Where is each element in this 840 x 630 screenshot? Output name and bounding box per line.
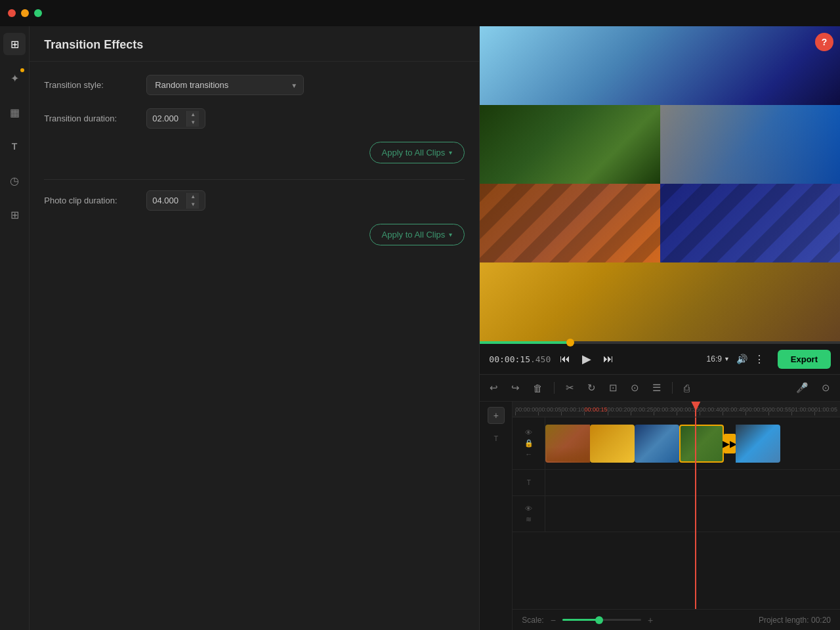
- video-clip-1[interactable]: [545, 425, 590, 463]
- video-track-eye-icon[interactable]: 👁: [525, 429, 532, 436]
- transition-duration-down[interactable]: ▼: [187, 119, 199, 127]
- scale-slider[interactable]: [562, 619, 641, 621]
- ruler-mark-6: 00:00:30: [654, 406, 677, 413]
- toolbar-divider-1: [554, 382, 555, 394]
- effects-body: Transition style: Random transitions ▼ T…: [30, 62, 479, 630]
- progress-bar[interactable]: [480, 341, 840, 344]
- scale-bar: Scale: − + Project length: 00:20: [513, 609, 840, 630]
- delete-button[interactable]: 🗑: [531, 381, 545, 396]
- photo-clip-duration-input-wrapper[interactable]: ▲ ▼: [146, 190, 205, 211]
- aspect-ratio-label: 16:9: [707, 354, 722, 364]
- export-screen-button[interactable]: ⎙: [682, 381, 692, 396]
- photo-clip-duration-input[interactable]: [147, 191, 186, 210]
- ruler-mark-10: 00:00:50: [746, 406, 768, 413]
- photo-clip-duration-up[interactable]: ▲: [187, 193, 199, 201]
- project-icon: ⊞: [10, 38, 19, 51]
- text-track-icons: T: [513, 470, 545, 495]
- audio-track-icons: 👁 ≋: [513, 496, 545, 532]
- sidebar-item-layout[interactable]: ▦: [3, 101, 26, 123]
- redo-button[interactable]: ↪: [509, 380, 522, 396]
- transition-style-select[interactable]: Random transitions: [146, 75, 304, 95]
- crop-button[interactable]: ⊡: [607, 380, 620, 396]
- export-button[interactable]: Export: [778, 350, 831, 369]
- project-length: Project length: 00:20: [759, 616, 831, 625]
- video-track-arrow-icon[interactable]: ←: [525, 450, 532, 458]
- forward-button[interactable]: ⏭: [600, 350, 616, 368]
- ruler-mark-8: 00:00:40: [700, 406, 723, 413]
- mic-button[interactable]: 🎤: [794, 380, 810, 396]
- time-ruler: 00:00:00 00:00:05 00:00:10 00:00:15 00:0…: [513, 402, 840, 417]
- panel-title: Transition Effects: [44, 38, 465, 52]
- timeline-content: + T 00:00:00 00:00:05 00:00:10 00:00:15 …: [480, 402, 840, 630]
- menu-button[interactable]: ☰: [650, 380, 663, 396]
- transition-arrow-icon: ▶▶: [723, 438, 737, 449]
- ruler-marks: 00:00:00 00:00:05 00:00:10 00:00:15 00:0…: [513, 406, 840, 413]
- photo-clip-duration-down[interactable]: ▼: [187, 201, 199, 209]
- rotate-button[interactable]: ↻: [585, 380, 598, 396]
- apply-to-all-clips-button-1[interactable]: Apply to All Clips ▾: [369, 142, 465, 163]
- main-area: ⊞ ✦ ▦ T ◷ ⊞ Transition Effects Transitio…: [0, 26, 840, 630]
- ruler-mark-1: 00:00:05: [538, 406, 561, 413]
- transition-duration-up[interactable]: ▲: [187, 111, 199, 119]
- apply-btn-row-1: Apply to All Clips ▾: [44, 142, 465, 163]
- ruler-mark-5: 00:00:25: [631, 406, 654, 413]
- chevron-down-icon-2: ▾: [449, 231, 452, 238]
- video-track: 👁 🔒 ←: [513, 417, 840, 470]
- sidebar-item-clock[interactable]: ◷: [3, 169, 26, 192]
- play-button[interactable]: ▶: [579, 349, 594, 369]
- add-track-button[interactable]: +: [488, 407, 505, 424]
- transition-style-row: Transition style: Random transitions ▼: [44, 75, 465, 95]
- sidebar-item-effects[interactable]: ✦: [3, 67, 26, 89]
- scale-slider-thumb[interactable]: [595, 616, 603, 624]
- transition-duration-input-wrapper[interactable]: ▲ ▼: [146, 108, 205, 129]
- scale-slider-fill: [562, 619, 598, 621]
- photo-clip-duration-label: Photo clip duration:: [44, 196, 136, 205]
- track-content-area: 👁 🔒 ←: [513, 417, 840, 609]
- close-dot[interactable]: [8, 9, 16, 17]
- text-track-icon[interactable]: T: [527, 479, 531, 486]
- svg-rect-1: [480, 184, 840, 262]
- clock-icon: ◷: [10, 175, 19, 187]
- ruler-mark-12: 01:00:00: [791, 406, 814, 413]
- grid-icon: ⊞: [10, 209, 19, 221]
- sidebar-item-text[interactable]: T: [3, 135, 26, 158]
- scale-increase-icon[interactable]: +: [648, 615, 653, 625]
- video-clip-3[interactable]: [635, 425, 679, 463]
- audio-wave-icon[interactable]: ≋: [526, 515, 532, 524]
- video-clip-2[interactable]: [590, 425, 635, 463]
- ruler-mark-9: 00:00:45: [723, 406, 746, 413]
- video-clip-4[interactable]: [679, 425, 724, 463]
- transition-marker[interactable]: ▶▶: [724, 434, 736, 453]
- camera-button[interactable]: ⊙: [820, 380, 832, 396]
- text-tool-icon[interactable]: T: [494, 434, 498, 442]
- photo-clip-duration-row: Photo clip duration: ▲ ▼: [44, 190, 465, 211]
- preview-row-3: [480, 184, 840, 262]
- undo-button[interactable]: ↩: [488, 380, 500, 396]
- chevron-down-icon-1: ▾: [449, 149, 452, 156]
- transition-duration-row: Transition duration: ▲ ▼: [44, 108, 465, 129]
- volume-button[interactable]: 🔊: [736, 354, 747, 364]
- effects-dot: [20, 68, 24, 72]
- cut-button[interactable]: ✂: [564, 380, 576, 396]
- transition-duration-label: Transition duration:: [44, 114, 136, 123]
- sidebar-item-project[interactable]: ⊞: [3, 33, 26, 55]
- more-options-button[interactable]: ⋮: [754, 353, 765, 366]
- timeline-section-controls: + T: [480, 402, 513, 630]
- aspect-ratio-button[interactable]: 16:9 ▼: [707, 354, 730, 364]
- audio-track: 👁 ≋: [513, 496, 840, 532]
- maximize-dot[interactable]: [34, 9, 42, 17]
- transition-duration-input[interactable]: [147, 109, 186, 128]
- transition-style-select-wrapper[interactable]: Random transitions ▼: [146, 75, 304, 95]
- rewind-button[interactable]: ⏮: [557, 350, 573, 368]
- sidebar-item-grid[interactable]: ⊞: [3, 203, 26, 226]
- minimize-dot[interactable]: [21, 9, 29, 17]
- apply-to-all-clips-button-2[interactable]: Apply to All Clips ▾: [369, 224, 465, 245]
- audio-eye-icon[interactable]: 👁: [525, 505, 532, 513]
- scale-decrease-icon[interactable]: −: [551, 615, 556, 625]
- help-button[interactable]: ?: [815, 33, 833, 51]
- ruler-mark-4: 00:00:20: [608, 406, 631, 413]
- timer-button[interactable]: ⊙: [629, 380, 641, 396]
- video-clip-5[interactable]: [736, 425, 780, 463]
- project-length-value: 00:20: [811, 616, 831, 625]
- video-track-lock-icon[interactable]: 🔒: [524, 439, 534, 448]
